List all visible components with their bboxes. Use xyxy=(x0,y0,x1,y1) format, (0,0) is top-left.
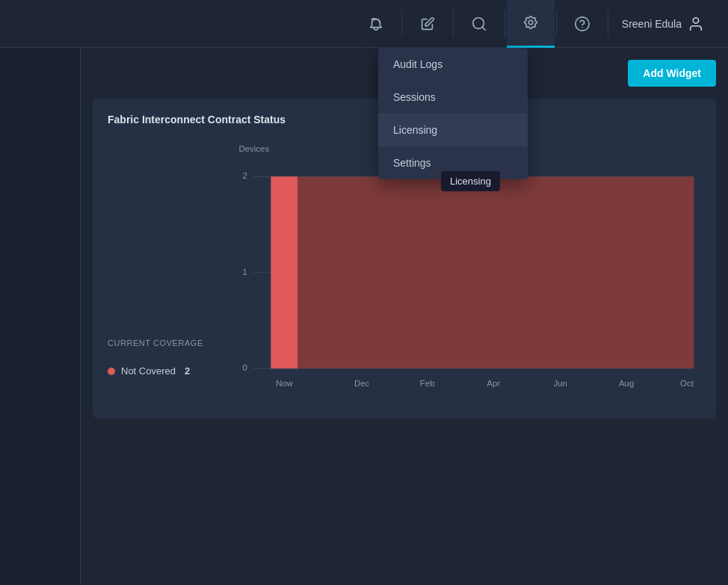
search-icon xyxy=(471,16,487,32)
chart-legend: CURRENT COVERAGE Not Covered 2 xyxy=(108,137,220,403)
search-button[interactable] xyxy=(455,0,503,48)
nav-divider-4 xyxy=(556,10,557,37)
licensing-item[interactable]: Licensing xyxy=(378,114,528,146)
audit-logs-item[interactable]: Audit Logs xyxy=(378,48,528,81)
settings-button[interactable] xyxy=(507,0,555,48)
top-nav: Sreeni Edula xyxy=(0,0,728,48)
main-content: Add Widget Fabric Interconnect Contract … xyxy=(0,48,728,585)
area-fill xyxy=(297,176,694,368)
user-section[interactable]: Sreeni Edula xyxy=(610,16,716,32)
legend-item-label: Not Covered xyxy=(121,365,176,377)
legend-dot xyxy=(108,368,115,375)
nav-divider-1 xyxy=(401,10,402,37)
user-icon xyxy=(688,16,704,32)
nav-divider-3 xyxy=(505,10,505,37)
settings-icon xyxy=(522,14,539,31)
nav-divider-5 xyxy=(608,10,608,37)
svg-text:Apr: Apr xyxy=(487,379,500,388)
svg-text:Aug: Aug xyxy=(619,379,634,388)
sidebar xyxy=(0,48,81,585)
svg-point-1 xyxy=(528,20,533,25)
svg-text:Now: Now xyxy=(276,379,294,388)
notification-icon xyxy=(368,16,384,32)
notification-button[interactable] xyxy=(352,0,400,48)
add-widget-button[interactable]: Add Widget xyxy=(628,60,716,87)
settings-item[interactable]: Settings xyxy=(378,146,528,179)
svg-text:2: 2 xyxy=(243,171,247,180)
svg-text:Jun: Jun xyxy=(553,379,567,388)
legend-item-count: 2 xyxy=(185,365,190,377)
y-axis-label: Devices xyxy=(239,144,270,153)
svg-text:1: 1 xyxy=(243,267,247,276)
svg-text:Oct: Oct xyxy=(680,379,694,388)
svg-text:0: 0 xyxy=(243,363,247,372)
svg-point-2 xyxy=(576,16,589,30)
user-name: Sreeni Edula xyxy=(622,18,682,30)
edit-button[interactable] xyxy=(404,0,451,48)
sessions-item[interactable]: Sessions xyxy=(378,81,528,114)
bar-now xyxy=(271,176,297,368)
coverage-label: CURRENT COVERAGE xyxy=(108,338,220,347)
settings-dropdown: Audit Logs Sessions Licensing Settings xyxy=(378,48,528,179)
legend-item-not-covered: Not Covered 2 xyxy=(108,365,220,377)
edit-icon xyxy=(419,16,436,32)
help-icon xyxy=(574,16,590,32)
nav-icon-group xyxy=(352,0,606,48)
help-button[interactable] xyxy=(558,0,606,48)
svg-text:Dec: Dec xyxy=(354,379,370,388)
nav-divider-2 xyxy=(453,10,454,37)
svg-text:Feb: Feb xyxy=(420,379,435,388)
